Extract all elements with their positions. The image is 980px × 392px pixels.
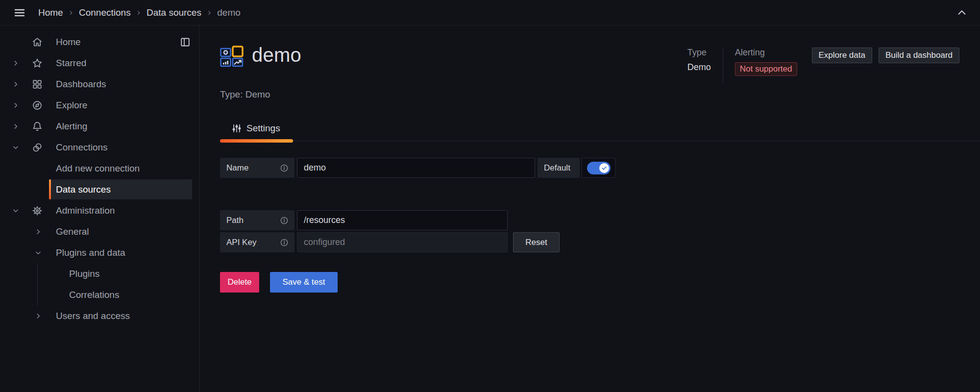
settings-form: Name Default Path xyxy=(220,158,615,293)
breadcrumb-connections[interactable]: Connections xyxy=(79,7,131,18)
name-field-label: Name xyxy=(220,158,294,178)
save-and-test-button[interactable]: Save & test xyxy=(270,272,338,293)
path-input[interactable] xyxy=(297,210,508,230)
sidebar-item-alerting[interactable]: Alerting xyxy=(0,116,199,137)
sidebar-item-label: General xyxy=(56,226,89,237)
tab-settings-label: Settings xyxy=(246,123,280,134)
default-field-label: Default xyxy=(538,158,580,178)
sidebar-item-label: Plugins xyxy=(69,269,99,279)
breadcrumb-separator: › xyxy=(137,7,140,18)
sidebar-nav: Home Starred Dashboards Explore xyxy=(0,25,199,392)
sidebar-item-label: Dashboards xyxy=(56,79,106,90)
breadcrumb-separator: › xyxy=(208,7,211,18)
sidebar-item-label: Plugins and data xyxy=(56,247,125,258)
breadcrumb-current-page: demo xyxy=(217,7,241,18)
name-field-row: Name Default xyxy=(220,158,615,178)
chevron-up-icon[interactable] xyxy=(956,7,967,18)
meta-alerting: Alerting Not supported xyxy=(735,48,797,76)
chevron-right-icon[interactable] xyxy=(34,228,42,236)
top-bar: Home › Connections › Data sources › demo xyxy=(0,0,980,25)
alerting-status-badge: Not supported xyxy=(735,62,797,76)
hamburger-menu-icon[interactable] xyxy=(13,6,26,20)
form-actions: Delete Save & test xyxy=(220,272,615,293)
sidebar-item-users-and-access[interactable]: Users and access xyxy=(0,305,199,326)
sidebar-item-label: Starred xyxy=(56,58,86,69)
meta-divider xyxy=(723,49,723,83)
toggle-pill[interactable] xyxy=(587,162,611,174)
api-key-label-text: API Key xyxy=(226,238,256,247)
sidebar-item-correlations[interactable]: Correlations xyxy=(0,284,199,305)
tab-bar: Settings xyxy=(220,119,980,141)
chevron-down-icon[interactable] xyxy=(12,144,20,151)
sliders-icon xyxy=(232,123,242,133)
breadcrumb-separator: › xyxy=(70,7,73,18)
path-label-text: Path xyxy=(226,216,244,225)
meta-type-label: Type xyxy=(687,48,711,58)
sidebar-item-label: Explore xyxy=(56,100,87,111)
breadcrumb-home[interactable]: Home xyxy=(38,7,63,18)
sidebar-item-label: Home xyxy=(56,37,81,48)
dock-sidebar-icon[interactable] xyxy=(180,37,191,48)
datasource-type-subtitle: Type: Demo xyxy=(220,89,270,100)
page-title: demo xyxy=(252,44,301,66)
chevron-right-icon[interactable] xyxy=(12,59,20,67)
breadcrumb-data-sources[interactable]: Data sources xyxy=(147,7,201,18)
name-input[interactable] xyxy=(297,158,535,178)
delete-button[interactable]: Delete xyxy=(220,272,259,293)
api-key-input[interactable] xyxy=(297,232,508,252)
info-icon[interactable] xyxy=(280,217,288,224)
sidebar-item-label: Correlations xyxy=(69,290,119,300)
path-field-label: Path xyxy=(220,210,294,230)
sidebar-item-explore[interactable]: Explore xyxy=(0,95,199,116)
gear-icon xyxy=(31,205,43,217)
sidebar-item-label: Connections xyxy=(56,142,108,153)
toggle-knob xyxy=(599,163,609,173)
reset-button[interactable]: Reset xyxy=(513,232,560,252)
info-icon[interactable] xyxy=(280,164,288,172)
chevron-right-icon[interactable] xyxy=(12,122,20,130)
chevron-right-icon[interactable] xyxy=(12,101,20,109)
bell-icon xyxy=(31,121,43,132)
datasource-logo xyxy=(220,46,244,68)
path-field-row: Path xyxy=(220,210,615,230)
name-label-text: Name xyxy=(226,163,248,173)
home-icon xyxy=(31,36,43,48)
sidebar-item-label: Add new connection xyxy=(56,163,140,174)
sidebar-item-plugins-and-data[interactable]: Plugins and data xyxy=(0,242,199,263)
sidebar-item-label: Users and access xyxy=(56,311,130,321)
default-toggle[interactable] xyxy=(582,158,615,178)
explore-data-button[interactable]: Explore data xyxy=(812,48,872,63)
chevron-right-icon[interactable] xyxy=(34,312,42,320)
api-key-field-row: API Key Reset xyxy=(220,232,615,252)
sidebar-item-add-new-connection[interactable]: Add new connection xyxy=(0,158,199,179)
sidebar-item-dashboards[interactable]: Dashboards xyxy=(0,74,199,95)
default-label-text: Default xyxy=(544,163,570,173)
sidebar-item-label: Administration xyxy=(56,205,115,216)
sidebar-item-label: Data sources xyxy=(56,184,111,195)
sidebar-item-general[interactable]: General xyxy=(0,221,199,242)
chevron-down-icon[interactable] xyxy=(34,249,42,257)
chevron-right-icon[interactable] xyxy=(12,80,20,88)
meta-type-value: Demo xyxy=(687,62,711,73)
sidebar-item-starred[interactable]: Starred xyxy=(0,52,199,74)
sidebar-item-plugins[interactable]: Plugins xyxy=(0,263,199,284)
chevron-down-icon[interactable] xyxy=(12,207,20,215)
meta-alerting-label: Alerting xyxy=(735,48,797,58)
datasource-meta: Type Demo Alerting Not supported Explore… xyxy=(687,48,959,83)
sidebar-item-data-sources[interactable]: Data sources xyxy=(0,179,199,200)
sidebar-item-connections[interactable]: Connections xyxy=(0,137,199,158)
main-content: demo Type Demo Alerting Not supported Ex… xyxy=(200,25,980,392)
info-icon[interactable] xyxy=(280,239,288,246)
meta-type: Type Demo xyxy=(687,48,711,73)
api-key-field-label: API Key xyxy=(220,232,294,252)
sidebar-item-home[interactable]: Home xyxy=(0,31,199,52)
compass-icon xyxy=(31,99,43,111)
dashboards-grid-icon xyxy=(31,78,43,90)
star-icon xyxy=(31,57,43,69)
build-dashboard-button[interactable]: Build a dashboard xyxy=(879,48,959,63)
tab-settings[interactable]: Settings xyxy=(220,119,293,141)
breadcrumb: Home › Connections › Data sources › demo xyxy=(38,7,241,18)
sidebar-item-label: Alerting xyxy=(56,121,87,132)
connections-rings-icon xyxy=(31,142,43,153)
sidebar-item-administration[interactable]: Administration xyxy=(0,200,199,221)
